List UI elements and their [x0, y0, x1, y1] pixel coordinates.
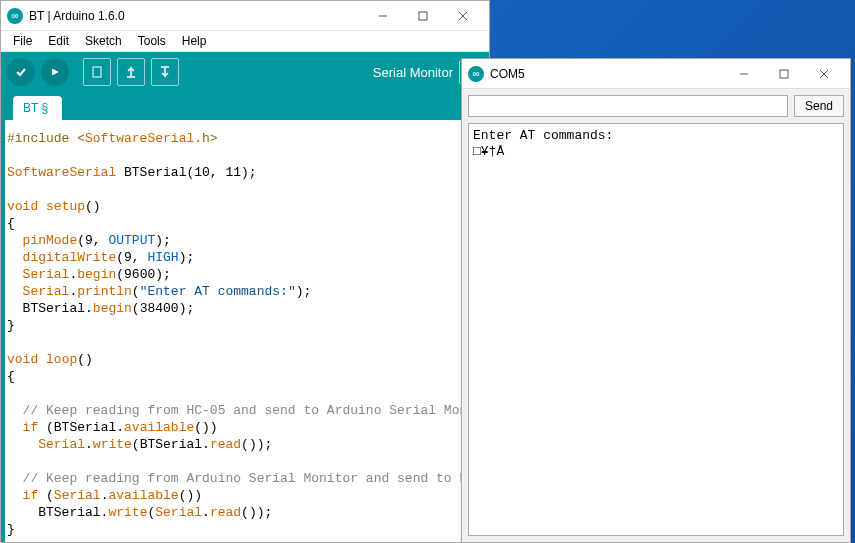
serial-send-row: Send — [462, 89, 850, 123]
menu-sketch[interactable]: Sketch — [77, 32, 130, 50]
arduino-logo-icon: ∞ — [7, 8, 23, 24]
maximize-button[interactable] — [403, 2, 443, 30]
minimize-button[interactable] — [363, 2, 403, 30]
code-editor[interactable]: #include <SoftwareSerial.h> SoftwareSeri… — [1, 120, 489, 542]
svg-rect-10 — [780, 70, 788, 78]
save-sketch-button[interactable] — [151, 58, 179, 86]
serial-monitor-label: Serial Monitor — [373, 65, 453, 80]
menubar: File Edit Sketch Tools Help — [1, 31, 489, 52]
tab-bt[interactable]: BT § — [13, 96, 62, 120]
minimize-button[interactable] — [724, 60, 764, 88]
toolbar: Serial Monitor — [1, 52, 489, 92]
serial-monitor-window: ∞ COM5 Send Enter AT commands: □¥†Å — [461, 58, 851, 543]
maximize-button[interactable] — [764, 60, 804, 88]
tabbar: BT § — [1, 92, 489, 120]
menu-edit[interactable]: Edit — [40, 32, 77, 50]
close-button[interactable] — [804, 60, 844, 88]
arduino-logo-icon: ∞ — [468, 66, 484, 82]
serial-send-button[interactable]: Send — [794, 95, 844, 117]
upload-button[interactable] — [41, 58, 69, 86]
serial-title: COM5 — [490, 67, 724, 81]
svg-rect-1 — [419, 12, 427, 20]
ide-titlebar[interactable]: ∞ BT | Arduino 1.6.0 — [1, 1, 489, 31]
arduino-ide-window: ∞ BT | Arduino 1.6.0 File Edit Sketch To… — [0, 0, 490, 543]
svg-rect-4 — [93, 67, 101, 77]
new-sketch-button[interactable] — [83, 58, 111, 86]
close-button[interactable] — [443, 2, 483, 30]
serial-input[interactable] — [468, 95, 788, 117]
verify-button[interactable] — [7, 58, 35, 86]
menu-tools[interactable]: Tools — [130, 32, 174, 50]
ide-title: BT | Arduino 1.6.0 — [29, 9, 363, 23]
open-sketch-button[interactable] — [117, 58, 145, 86]
serial-titlebar[interactable]: ∞ COM5 — [462, 59, 850, 89]
serial-output[interactable]: Enter AT commands: □¥†Å — [468, 123, 844, 536]
menu-file[interactable]: File — [5, 32, 40, 50]
menu-help[interactable]: Help — [174, 32, 215, 50]
